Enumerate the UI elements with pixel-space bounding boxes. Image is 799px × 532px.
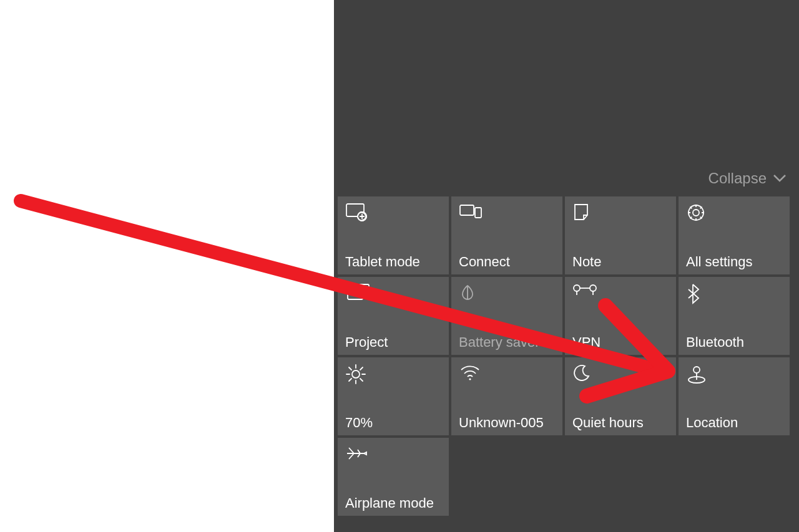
tile-note[interactable]: Note (565, 196, 676, 274)
tile-connect[interactable]: Connect (451, 196, 562, 274)
tile-label: All settings (686, 254, 782, 269)
project-icon (345, 283, 441, 308)
tile-label: 70% (345, 415, 441, 430)
svg-point-22 (469, 378, 471, 380)
tile-label: Airplane mode (345, 496, 441, 511)
svg-point-24 (694, 367, 700, 373)
tile-brightness[interactable]: 70% (338, 357, 449, 435)
collapse-button[interactable]: Collapse (708, 170, 787, 187)
tile-quiet-hours[interactable]: Quiet hours (565, 357, 676, 435)
svg-line-21 (349, 379, 351, 381)
chevron-down-icon (773, 174, 787, 183)
action-center-panel: Collapse Tablet mode (334, 0, 799, 532)
battery-saver-icon (459, 283, 555, 308)
quick-actions-grid: Tablet mode Connect Note (338, 196, 795, 516)
tile-project[interactable]: Project (338, 277, 449, 355)
svg-point-7 (689, 205, 703, 220)
wifi-icon (459, 364, 555, 389)
collapse-label: Collapse (708, 170, 767, 187)
tile-tablet-mode[interactable]: Tablet mode (338, 196, 449, 274)
svg-rect-4 (475, 208, 481, 218)
tile-label: Connect (459, 254, 555, 269)
tile-label: Project (345, 335, 441, 350)
vpn-icon (572, 283, 669, 308)
svg-point-11 (574, 285, 580, 291)
tile-all-settings[interactable]: All settings (679, 196, 790, 274)
svg-point-6 (693, 210, 699, 216)
quiet-hours-icon (572, 364, 669, 389)
tile-label: Bluetooth (686, 335, 782, 350)
svg-line-18 (349, 367, 351, 370)
tile-location[interactable]: Location (679, 357, 790, 435)
tile-battery-saver[interactable]: Battery saver (451, 277, 562, 355)
note-icon (572, 203, 669, 228)
settings-icon (686, 203, 782, 228)
tile-label: Tablet mode (345, 254, 441, 269)
tile-network[interactable]: Unknown-005 (451, 357, 562, 435)
tile-label: Location (686, 415, 782, 430)
svg-line-20 (360, 367, 363, 370)
tile-label: Unknown-005 (459, 415, 555, 430)
tile-label: VPN (572, 335, 669, 350)
location-icon (686, 364, 782, 389)
svg-point-13 (352, 370, 360, 378)
svg-line-19 (360, 379, 363, 381)
svg-point-12 (590, 285, 596, 291)
tile-airplane-mode[interactable]: Airplane mode (338, 438, 449, 516)
airplane-icon (345, 444, 441, 469)
tile-label: Battery saver (459, 335, 555, 350)
tablet-mode-icon (345, 203, 441, 228)
connect-icon (459, 203, 555, 228)
svg-rect-3 (460, 205, 474, 215)
tile-label: Quiet hours (572, 415, 669, 430)
brightness-icon (345, 364, 441, 389)
tile-label: Note (572, 254, 669, 269)
bluetooth-icon (686, 283, 782, 308)
tile-vpn[interactable]: VPN (565, 277, 676, 355)
tile-bluetooth[interactable]: Bluetooth (679, 277, 790, 355)
